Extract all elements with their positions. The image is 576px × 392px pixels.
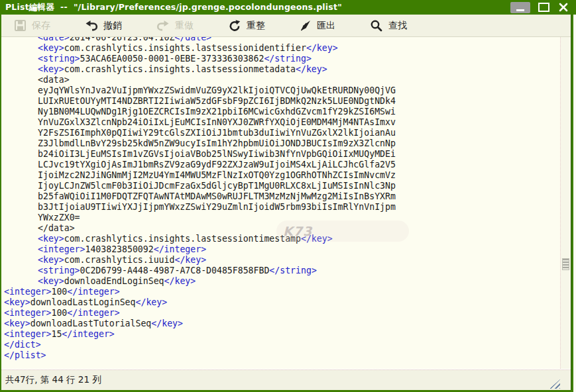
code-line: <date>2014-06-26T23:04:10Z</date> [4, 37, 560, 43]
minimize-button[interactable] [510, 2, 530, 13]
minimize-icon [516, 9, 524, 11]
undo-label: 撤銷 [103, 20, 122, 32]
window-border-left [0, 15, 1, 392]
code-line: LCJvc19tYXgiOjAsImJ1bmRsZV9zaG9ydF92ZXJz… [4, 160, 560, 170]
code-line: <integer>100</integer> [4, 308, 560, 318]
export-arrow-icon [300, 19, 312, 32]
export-button[interactable]: 匯出 [294, 17, 341, 34]
magnifier-icon [370, 19, 383, 32]
code-line: <integer>100</integer> [4, 287, 560, 297]
code-line: LUIxRUEtOUYyMTI4NDZBRTI2IiwiaW5zdGFsbF9p… [4, 96, 560, 107]
code-lines: <date>2014-06-26T23:04:10Z</date><key>co… [1, 37, 560, 361]
code-line: Ny1BN0M4LUQwNDg1Rjg1OEZCRCIsIm9zX21pbiI6… [4, 107, 560, 117]
refresh-button[interactable]: 重整 [222, 17, 271, 34]
undo-arrow-icon [85, 19, 98, 32]
export-label: 匯出 [317, 20, 335, 32]
code-line: eyJqYWlsYnJva2VuIjpmYWxzZSwidmVuZG9yX2lk… [4, 85, 560, 96]
code-line: YnVuZGxlX3ZlcnNpb24iOiIxLjEuMCIsInN0YXJ0… [4, 117, 560, 128]
cursor-position-status: 共47行, 第 44 行 21 列 [1, 374, 101, 386]
save-label: 保存 [32, 20, 50, 32]
code-line: <data> [4, 75, 560, 85]
save-button[interactable]: 保存 [8, 17, 56, 34]
code-line: <key>downloadEndLoginSeq</key> [4, 276, 560, 287]
window-title: PList編輯器 -- "/Library/Preferences/jp.gre… [0, 2, 342, 13]
plist-editor-textarea[interactable]: <date>2014-06-26T23:04:10Z</date><key>co… [1, 37, 560, 369]
code-line: </plist> [4, 350, 560, 361]
code-line: Z3JlbmdlLnBvY29sb25kdW5nZW9ucyIsIm1hY2hp… [4, 138, 560, 149]
refresh-label: 重整 [247, 20, 265, 32]
titlebar: PList編輯器 -- "/Library/Preferences/jp.gre… [0, 0, 576, 15]
code-line: b25faWQiOiI1M0FDQTZFQTAwNTAtMDAwMS0wRUJF… [4, 191, 560, 202]
code-line: <key>com.crashlytics.insights.lastsessio… [4, 43, 560, 54]
window-edge-strip [573, 15, 576, 392]
code-line: <key>com.crashlytics.insights.lastsessio… [4, 64, 560, 75]
vertical-scrollbar-track[interactable] [560, 37, 571, 369]
window-border-right [571, 15, 573, 392]
code-line: IjoyLCJnZW5lcmF0b3IiOiJDcmFzaGx5dGljcyBp… [4, 181, 560, 191]
code-line: <key>downloadLastLoginSeq</key> [4, 297, 560, 308]
code-line: <string>0C2D6799-A448-4987-A7C8-D0485F85… [4, 266, 560, 276]
vertical-scrollbar-thumb[interactable] [562, 258, 569, 270]
resize-grip[interactable] [549, 379, 560, 389]
code-line: IjoiMzc2N2JiNGNmMjI2MzU4YmI4MWU5MzFlNzIx… [4, 170, 560, 181]
code-line: YWxzZX0= [4, 213, 560, 223]
code-line: </dict> [4, 340, 560, 350]
find-label: 查找 [388, 20, 407, 32]
code-line: </data> [4, 223, 560, 234]
statusbar: 共47行, 第 44 行 21 列 [1, 369, 573, 390]
window-controls [510, 1, 569, 14]
close-button[interactable] [557, 2, 569, 13]
code-line: b24iOiI3LjEuMSIsIm1vZGVsIjoiaVBob25lNSwy… [4, 149, 560, 160]
code-line: <string>53ACA6EA0050-0001-0EBE-373336303… [4, 54, 560, 64]
undo-button[interactable]: 撤銷 [79, 17, 128, 34]
code-line: b3JtIjoiaU9TIiwiYXJjIjpmYWxzZSwiY29uZmln… [4, 202, 560, 213]
toolbar: 保存 撤銷 重做 重整 匯出 [1, 15, 573, 37]
code-line: <key>com.crashlytics.insights.lastsessio… [4, 234, 560, 244]
code-line: Y2FsZSI6ImphX0pQIiwiY29tcGlsZXIiOiJ1bmtu… [4, 128, 560, 138]
code-line: <key>downloadLastTutorialSeq</key> [4, 318, 560, 329]
floppy-disk-icon [14, 19, 27, 32]
code-line: <integer>1403823850092</integer> [4, 244, 560, 255]
find-button[interactable]: 查找 [364, 17, 413, 34]
redo-label: 重做 [175, 20, 194, 32]
maximize-button[interactable] [538, 3, 549, 12]
redo-button[interactable]: 重做 [150, 17, 200, 34]
code-line: <integer>15</integer> [4, 329, 560, 340]
close-icon [559, 3, 568, 12]
code-line: <key>com.crashlytics.iuuid</key> [4, 255, 560, 266]
redo-arrow-icon [156, 19, 170, 32]
refresh-arrow-icon [228, 19, 241, 32]
